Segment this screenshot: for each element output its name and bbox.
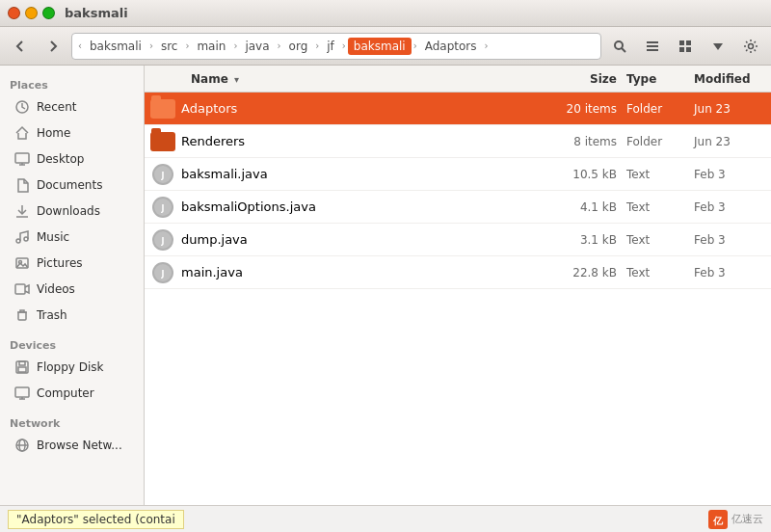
- svg-text:亿: 亿: [712, 516, 724, 526]
- bc-jf[interactable]: jf: [321, 38, 340, 55]
- window-title: baksmali: [65, 6, 128, 20]
- documents-label: Documents: [37, 178, 102, 192]
- bc-baksmali-1[interactable]: baksmali: [84, 38, 147, 55]
- sidebar-item-computer[interactable]: Computer: [4, 381, 140, 406]
- file-icon: J: [145, 262, 181, 283]
- svg-rect-23: [19, 361, 25, 365]
- floppy-icon: [13, 359, 31, 376]
- svg-point-17: [24, 237, 28, 241]
- sidebar-item-pictures[interactable]: Pictures: [4, 251, 140, 276]
- minimize-button[interactable]: [25, 7, 38, 19]
- bc-adaptors[interactable]: Adaptors: [419, 38, 483, 55]
- table-row[interactable]: J baksmaliOptions.java 4.1 kB Text Feb 3: [145, 191, 771, 224]
- bc-src[interactable]: src: [155, 38, 184, 55]
- file-icon: J: [145, 164, 181, 185]
- table-row[interactable]: Renderers 8 items Folder Jun 23: [145, 125, 771, 158]
- java-file-icon: J: [152, 164, 173, 185]
- home-label: Home: [37, 126, 70, 140]
- svg-rect-21: [18, 312, 26, 320]
- file-icon: J: [145, 229, 181, 251]
- file-icon: J: [145, 197, 181, 218]
- name-column-header[interactable]: Name ▾: [181, 72, 549, 86]
- videos-icon: [13, 280, 31, 298]
- videos-label: Videos: [37, 282, 75, 296]
- file-type: Text: [626, 266, 694, 279]
- bc-prev-arrow: ‹: [76, 40, 84, 51]
- file-modified: Feb 3: [694, 200, 771, 214]
- file-icon: [145, 99, 181, 119]
- desktop-icon: [13, 150, 31, 168]
- maximize-button[interactable]: [42, 7, 55, 19]
- table-row[interactable]: J dump.java 3.1 kB Text Feb 3: [145, 224, 771, 256]
- recent-label: Recent: [37, 100, 76, 114]
- file-size: 4.1 kB: [549, 200, 626, 214]
- status-text: "Adaptors" selected (contai: [8, 510, 184, 529]
- sidebar-item-recent[interactable]: Recent: [4, 94, 140, 120]
- modified-column-header[interactable]: Modified: [694, 72, 771, 86]
- file-name: baksmali.java: [181, 167, 549, 181]
- sidebar-item-desktop[interactable]: Desktop: [4, 146, 140, 172]
- svg-rect-8: [686, 47, 691, 52]
- sidebar-item-home[interactable]: Home: [4, 120, 140, 146]
- network-section-label: Network: [0, 412, 144, 432]
- file-name: baksmaliOptions.java: [181, 200, 549, 214]
- size-column-header[interactable]: Size: [549, 72, 626, 86]
- sidebar-item-documents[interactable]: Documents: [4, 173, 140, 198]
- music-label: Music: [37, 230, 69, 244]
- svg-rect-6: [686, 40, 691, 45]
- file-size: 10.5 kB: [549, 168, 626, 181]
- file-size: 8 items: [549, 135, 626, 148]
- bc-org[interactable]: org: [283, 38, 314, 55]
- sidebar-item-network[interactable]: Browse Netw...: [4, 433, 140, 458]
- main-layout: Places Recent Home Desktop Documents: [0, 66, 771, 505]
- recent-icon: [13, 98, 31, 116]
- bc-java[interactable]: java: [239, 38, 275, 55]
- bc-main[interactable]: main: [191, 38, 231, 55]
- file-type: Folder: [626, 135, 694, 148]
- toolbar: ‹ baksmali › src › main › java › org › j…: [0, 27, 771, 66]
- type-column-header[interactable]: Type: [626, 72, 694, 86]
- network-icon: [13, 437, 31, 454]
- back-button[interactable]: [6, 32, 35, 61]
- downloads-label: Downloads: [37, 204, 100, 218]
- pictures-icon: [13, 254, 31, 272]
- file-area: Name ▾ Size Type Modified A: [145, 66, 771, 505]
- svg-text:J: J: [161, 204, 165, 213]
- bc-baksmali-2[interactable]: baksmali: [348, 38, 412, 55]
- file-name: main.java: [181, 265, 549, 279]
- floppy-label: Floppy Disk: [37, 360, 104, 374]
- svg-text:J: J: [161, 237, 165, 246]
- sidebar-item-videos[interactable]: Videos: [4, 277, 140, 302]
- settings-button[interactable]: [736, 32, 765, 61]
- home-icon: [13, 124, 31, 142]
- desktop-label: Desktop: [37, 152, 85, 166]
- svg-text:J: J: [161, 172, 165, 180]
- sort-button[interactable]: [704, 32, 732, 61]
- svg-rect-12: [15, 153, 29, 163]
- forward-button[interactable]: [39, 32, 67, 61]
- sidebar-item-downloads[interactable]: Downloads: [4, 199, 140, 224]
- svg-point-0: [615, 41, 623, 49]
- table-row[interactable]: J main.java 22.8 kB Text Feb 3: [145, 256, 771, 289]
- svg-rect-24: [18, 367, 26, 372]
- sidebar-item-trash[interactable]: Trash: [4, 303, 140, 328]
- close-button[interactable]: [8, 7, 20, 19]
- trash-icon: [13, 306, 31, 324]
- file-name: Renderers: [181, 134, 549, 148]
- sidebar-item-music[interactable]: Music: [4, 225, 140, 250]
- table-row[interactable]: Adaptors 20 items Folder Jun 23: [145, 93, 771, 125]
- grid-view-button[interactable]: [671, 32, 700, 61]
- svg-rect-2: [647, 41, 658, 43]
- file-size: 22.8 kB: [549, 266, 626, 279]
- toolbar-right: [605, 32, 765, 61]
- file-name: Adaptors: [181, 101, 549, 116]
- java-file-icon: J: [152, 197, 173, 218]
- list-view-button[interactable]: [638, 32, 667, 61]
- statusbar: "Adaptors" selected (contai 亿 亿速云: [0, 505, 771, 532]
- documents-icon: [13, 176, 31, 194]
- search-button[interactable]: [605, 32, 634, 61]
- sidebar-item-floppy[interactable]: Floppy Disk: [4, 355, 140, 380]
- file-icon: [145, 132, 181, 151]
- svg-point-16: [16, 239, 20, 243]
- table-row[interactable]: J baksmali.java 10.5 kB Text Feb 3: [145, 158, 771, 191]
